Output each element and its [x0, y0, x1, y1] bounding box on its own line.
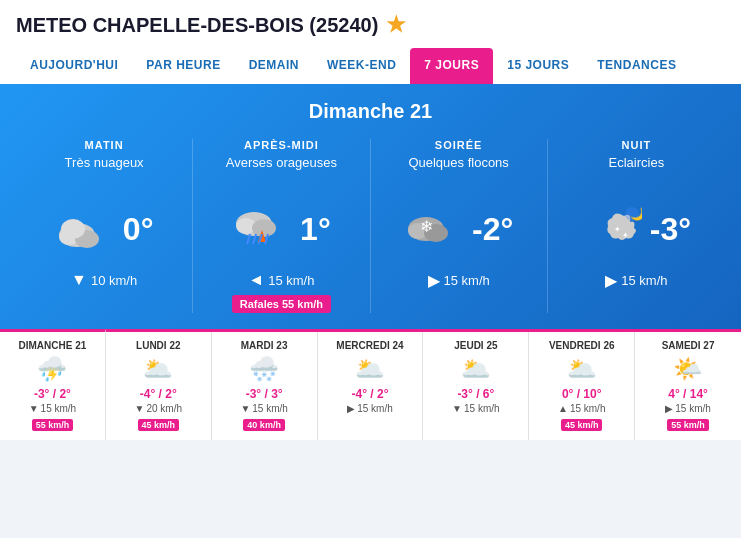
nav-tab-7-jours[interactable]: 7 JOURS	[410, 48, 493, 84]
day-card-3[interactable]: MERCREDI 24 🌥️ -4° / 2° ▶ 15 km/h	[318, 332, 424, 440]
wind-speed: 15 km/h	[621, 273, 667, 288]
day-weather-icon: 🌥️	[110, 355, 207, 383]
title-text: METEO CHAPELLE-DES-BOIS (25240)	[16, 14, 378, 37]
day-wind: ▶ 15 km/h	[322, 403, 419, 414]
nav-tab-aujourd-hui[interactable]: AUJOURD'HUI	[16, 48, 132, 84]
period-wind: ▶ 15 km/h	[383, 271, 535, 290]
period-desc: Très nuageux	[28, 155, 180, 187]
day-name: MERCREDI 24	[322, 340, 419, 351]
day-wind-speed: 15 km/h	[570, 403, 606, 414]
day-wind-arrow: ▼	[452, 403, 462, 414]
period-col-apr-s-midi: APRÈS-MIDI Averses orageuses 1° ◄ 15 km/…	[193, 139, 370, 313]
day-rafales-badge: 45 km/h	[138, 419, 180, 431]
day-weather-icon: 🌥️	[533, 355, 630, 383]
day-wind: ▲ 15 km/h	[533, 403, 630, 414]
nav-tab-par-heure[interactable]: PAR HEURE	[132, 48, 234, 84]
day-wind-speed: 15 km/h	[41, 403, 77, 414]
day-card-4[interactable]: JEUDI 25 🌥️ -3° / 6° ▼ 15 km/h	[423, 332, 529, 440]
nav-tab-tendances[interactable]: TENDANCES	[583, 48, 690, 84]
period-wind: ◄ 15 km/h	[205, 271, 357, 289]
day-name: MARDI 23	[216, 340, 313, 351]
day-card-2[interactable]: MARDI 23 🌨️ -3° / 3° ▼ 15 km/h 40 km/h	[212, 332, 318, 440]
wind-speed: 10 km/h	[91, 273, 137, 288]
day-rafales-badge: 55 km/h	[32, 419, 74, 431]
day-card-0[interactable]: DIMANCHE 21 ⛈️ -3° / 2° ▼ 15 km/h 55 km/…	[0, 329, 106, 440]
period-wind: ▼ 10 km/h	[28, 271, 180, 289]
day-name: JEUDI 25	[427, 340, 524, 351]
day-temps: 0° / 10°	[533, 387, 630, 401]
day-temps: -4° / 2°	[322, 387, 419, 401]
period-label: SOIRÉE	[383, 139, 535, 151]
day-rafales-badge: 45 km/h	[561, 419, 603, 431]
svg-text:✦: ✦	[614, 225, 621, 234]
day-wind: ▼ 20 km/h	[110, 403, 207, 414]
rafales-badge: Rafales 55 km/h	[232, 295, 331, 313]
period-temp: -3°	[650, 211, 691, 248]
period-col-nuit: NUIT Eclaircies 🌙 ✦ ✦ -3° ▶ 15 km/h	[548, 139, 725, 313]
day-wind: ▶ 15 km/h	[639, 403, 737, 414]
nav-tabs: AUJOURD'HUIPAR HEUREDEMAINWEEK-END7 JOUR…	[16, 48, 725, 84]
period-label: NUIT	[560, 139, 713, 151]
weather-main-card: Dimanche 21 MATIN Très nuageux 0° ▼ 10 k…	[0, 84, 741, 329]
wind-speed: 15 km/h	[268, 273, 314, 288]
period-desc: Quelques flocons	[383, 155, 535, 187]
day-wind-arrow: ▼	[29, 403, 39, 414]
days-strip: DIMANCHE 21 ⛈️ -3° / 2° ▼ 15 km/h 55 km/…	[0, 329, 741, 440]
day-wind-speed: 15 km/h	[464, 403, 500, 414]
period-temp: 0°	[123, 211, 154, 248]
nav-tab-demain[interactable]: DEMAIN	[235, 48, 313, 84]
day-wind: ▼ 15 km/h	[216, 403, 313, 414]
svg-text:🌙: 🌙	[630, 206, 642, 221]
day-weather-icon: 🌤️	[639, 355, 737, 383]
page-title: METEO CHAPELLE-DES-BOIS (25240) ★	[16, 12, 725, 38]
period-icon-area: 🌙 ✦ ✦ -3°	[560, 199, 713, 259]
day-weather-icon: 🌥️	[322, 355, 419, 383]
wind-arrow-icon: ▶	[605, 271, 617, 290]
period-icon-area: 0°	[28, 199, 180, 259]
day-weather-icon: ⛈️	[4, 355, 101, 383]
day-rafales-badge: 40 km/h	[243, 419, 285, 431]
period-temp: 1°	[300, 211, 331, 248]
favorite-icon[interactable]: ★	[386, 12, 406, 38]
day-wind-arrow: ▼	[240, 403, 250, 414]
wind-arrow-icon: ▼	[71, 271, 87, 289]
day-temps: -3° / 2°	[4, 387, 101, 401]
day-temps: -3° / 6°	[427, 387, 524, 401]
main-day-title: Dimanche 21	[16, 100, 725, 123]
svg-line-8	[247, 234, 250, 244]
day-card-6[interactable]: SAMEDI 27 🌤️ 4° / 14° ▶ 15 km/h 55 km/h	[635, 332, 741, 440]
day-card-5[interactable]: VENDREDI 26 🌥️ 0° / 10° ▲ 15 km/h 45 km/…	[529, 332, 635, 440]
day-name: LUNDI 22	[110, 340, 207, 351]
day-wind: ▼ 15 km/h	[4, 403, 101, 414]
nav-tab-week-end[interactable]: WEEK-END	[313, 48, 410, 84]
svg-point-3	[61, 219, 85, 239]
day-temps: -3° / 3°	[216, 387, 313, 401]
day-temps: 4° / 14°	[639, 387, 737, 401]
svg-text:❄: ❄	[420, 218, 433, 235]
day-wind-arrow: ▲	[558, 403, 568, 414]
day-wind: ▼ 15 km/h	[427, 403, 524, 414]
period-temp: -2°	[472, 211, 513, 248]
day-name: SAMEDI 27	[639, 340, 737, 351]
day-wind-arrow: ▶	[665, 403, 673, 414]
period-col-matin: MATIN Très nuageux 0° ▼ 10 km/h	[16, 139, 193, 313]
day-wind-speed: 15 km/h	[675, 403, 711, 414]
day-wind-arrow: ▶	[347, 403, 355, 414]
day-weather-icon: 🌥️	[427, 355, 524, 383]
day-rafales-badge: 55 km/h	[667, 419, 709, 431]
day-wind-arrow: ▼	[135, 403, 145, 414]
period-col-soir-e: SOIRÉE Quelques flocons ❄ -2° ▶ 15 km/h	[371, 139, 548, 313]
day-temps: -4° / 2°	[110, 387, 207, 401]
period-wind: ▶ 15 km/h	[560, 271, 713, 290]
wind-speed: 15 km/h	[444, 273, 490, 288]
wind-arrow-icon: ▶	[428, 271, 440, 290]
day-card-1[interactable]: LUNDI 22 🌥️ -4° / 2° ▼ 20 km/h 45 km/h	[106, 332, 212, 440]
nav-tab-15-jours[interactable]: 15 JOURS	[493, 48, 583, 84]
wind-arrow-icon: ◄	[248, 271, 264, 289]
day-name: DIMANCHE 21	[4, 340, 101, 351]
header: METEO CHAPELLE-DES-BOIS (25240) ★ AUJOUR…	[0, 0, 741, 84]
day-weather-icon: 🌨️	[216, 355, 313, 383]
periods-grid: MATIN Très nuageux 0° ▼ 10 km/h APRÈS-MI…	[16, 139, 725, 313]
day-name: VENDREDI 26	[533, 340, 630, 351]
period-icon-area: ❄ -2°	[383, 199, 535, 259]
